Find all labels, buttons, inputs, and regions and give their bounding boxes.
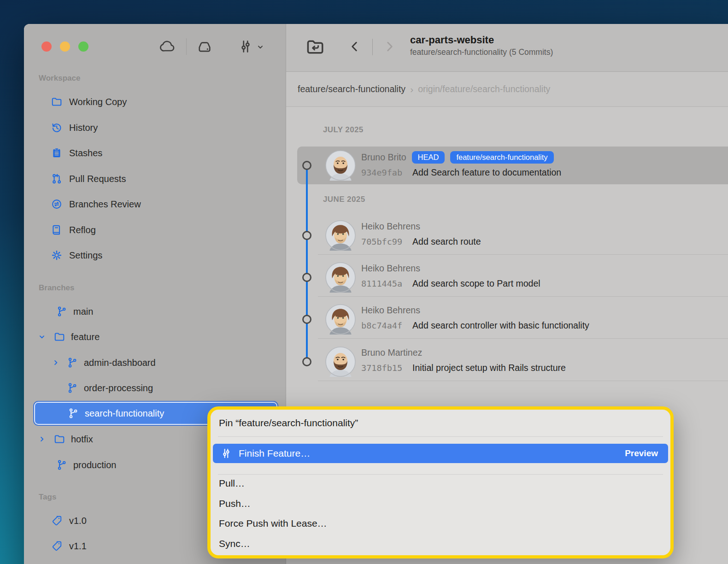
menu-item-pin[interactable]: Pin “feature/search-functionality” (211, 413, 670, 433)
branch-badge: feature/search-functionality (450, 151, 553, 164)
chevron-back-icon[interactable] (348, 40, 362, 53)
sidebar-branch-order-processing[interactable]: order-processing (66, 378, 153, 398)
menu-item-force-push-with-lease[interactable]: Force Push with Lease… (211, 513, 670, 534)
commit-section-july: JULY 2025 (323, 125, 364, 135)
tag-icon (51, 540, 63, 552)
row-divider (318, 338, 728, 339)
sidebar-item-working-copy[interactable]: Working Copy (51, 92, 127, 112)
commit-section-june: JUNE 2025 (323, 195, 365, 204)
repo-title: car-parts-website (410, 34, 553, 46)
cloud-icon[interactable] (159, 38, 176, 55)
head-badge: HEAD (412, 151, 445, 164)
branch-icon (66, 382, 78, 394)
menu-item-finish-feature[interactable]: Finish Feature… Preview (213, 444, 668, 463)
sidebar-item-stashes[interactable]: Stashes (51, 143, 102, 163)
sidebar-branch-main[interactable]: main (56, 301, 93, 322)
commit-message: Add search controller with basic functio… (412, 320, 589, 331)
history-clock-icon (51, 122, 63, 134)
commit-graph-node (302, 231, 311, 240)
app-window: Workspace Working Copy History Stashes P… (24, 24, 728, 564)
avatar (325, 262, 356, 293)
traffic-zoom-button[interactable] (78, 41, 88, 52)
commit-row-line2[interactable]: 8111445a Add search scope to Part model (361, 277, 540, 290)
sidebar-item-branches-review[interactable]: Branches Review (51, 194, 141, 214)
pull-request-icon (51, 173, 63, 185)
folder-return-icon[interactable] (305, 37, 325, 57)
menu-item-sync[interactable]: Sync… (211, 534, 670, 554)
breadcrumb-remote-branch[interactable]: origin/feature/search-functionality (418, 84, 550, 94)
tags-section-label: Tags (39, 493, 56, 502)
book-icon (51, 224, 63, 236)
sidebar-item-history[interactable]: History (51, 118, 98, 138)
commit-row-line2[interactable]: 934e9fab Add Search feature to documenta… (361, 166, 561, 179)
row-divider (318, 381, 728, 381)
commit-author: Bruno Brito (361, 152, 406, 163)
commit-message: Add Search feature to documentation (412, 167, 561, 178)
toolbar-divider (186, 38, 187, 55)
menu-item-pull[interactable]: Pull… (211, 473, 670, 493)
commit-message: Initial project setup with Rails structu… (412, 363, 566, 373)
traffic-minimize-button[interactable] (60, 41, 70, 52)
gitflow-icon (220, 447, 232, 459)
row-divider (318, 254, 728, 255)
breadcrumb-local-branch[interactable]: feature/search-functionality (298, 84, 405, 94)
breadcrumb-separator: › (410, 84, 413, 95)
branches-section-label: Branches (39, 283, 74, 293)
clipboard-icon (51, 147, 63, 159)
commit-message: Add search scope to Part model (412, 278, 540, 289)
commit-graph-line (306, 165, 308, 362)
sidebar-branch-production[interactable]: production (56, 455, 116, 475)
sidebar-item-pull-requests[interactable]: Pull Requests (51, 169, 126, 189)
commit-message: Add search route (412, 236, 481, 247)
repo-subtitle: feature/search-functionality (5 Commits) (410, 47, 553, 58)
folder-icon (53, 433, 65, 445)
workspace-section-label: Workspace (39, 74, 80, 83)
drive-icon[interactable] (196, 38, 213, 55)
commit-row[interactable]: Heiko Behrens (361, 219, 420, 233)
commit-row-line2[interactable]: 3718fb15 Initial project setup with Rail… (361, 361, 566, 374)
branches-review-icon (51, 198, 63, 210)
branch-icon (67, 407, 79, 419)
commit-author: Bruno Martinez (361, 347, 422, 358)
chevron-right-icon[interactable] (51, 358, 61, 368)
commit-row[interactable]: Bruno Brito HEAD feature/search-function… (361, 150, 554, 164)
commit-graph-node (302, 161, 311, 170)
folder-icon (51, 96, 63, 108)
sidebar-branch-admin-dashboard[interactable]: admin-dashboard (51, 352, 156, 373)
commit-row[interactable]: Heiko Behrens (361, 303, 420, 317)
gitflow-icon[interactable] (238, 39, 253, 54)
avatar (325, 347, 356, 377)
commit-hash: 8111445a (361, 279, 402, 288)
sidebar-item-reflog[interactable]: Reflog (51, 220, 96, 240)
desktop-background: Workspace Working Copy History Stashes P… (0, 0, 728, 564)
commit-author: Heiko Behrens (361, 263, 420, 274)
sidebar-branch-folder-hotfix[interactable]: hotfix (37, 429, 93, 449)
preview-badge: Preview (625, 448, 661, 458)
chevron-right-icon[interactable] (37, 434, 47, 444)
chevron-down-icon[interactable] (37, 332, 47, 342)
commit-row-line2[interactable]: 705bfc99 Add search route (361, 235, 481, 248)
commit-row[interactable]: Heiko Behrens (361, 261, 420, 275)
sidebar-tag-v1-0[interactable]: v1.0 (51, 511, 87, 531)
sidebar-item-settings[interactable]: Settings (51, 245, 102, 265)
commit-row[interactable]: Bruno Martinez (361, 346, 422, 359)
menu-divider (218, 436, 663, 437)
commit-hash: b8c74a4f (361, 321, 402, 330)
commit-hash: 705bfc99 (361, 237, 402, 247)
commit-author: Heiko Behrens (361, 305, 420, 316)
commit-hash: 3718fb15 (361, 363, 402, 373)
traffic-close-button[interactable] (41, 41, 52, 52)
commit-author: Heiko Behrens (361, 221, 420, 232)
sidebar-branch-folder-feature[interactable]: feature (37, 327, 100, 347)
avatar (325, 150, 356, 181)
menu-item-push[interactable]: Push… (211, 493, 670, 514)
chevron-down-icon[interactable] (255, 42, 265, 52)
main-header: car-parts-website feature/search-functio… (286, 24, 728, 71)
commit-graph-node (302, 357, 311, 366)
commit-row-line2[interactable]: b8c74a4f Add search controller with basi… (361, 319, 589, 332)
commit-graph-node (302, 273, 311, 282)
chevron-forward-icon[interactable] (382, 40, 396, 53)
sidebar-tag-v1-1[interactable]: v1.1 (51, 536, 87, 556)
row-divider (318, 296, 728, 297)
branch-icon (56, 306, 68, 317)
